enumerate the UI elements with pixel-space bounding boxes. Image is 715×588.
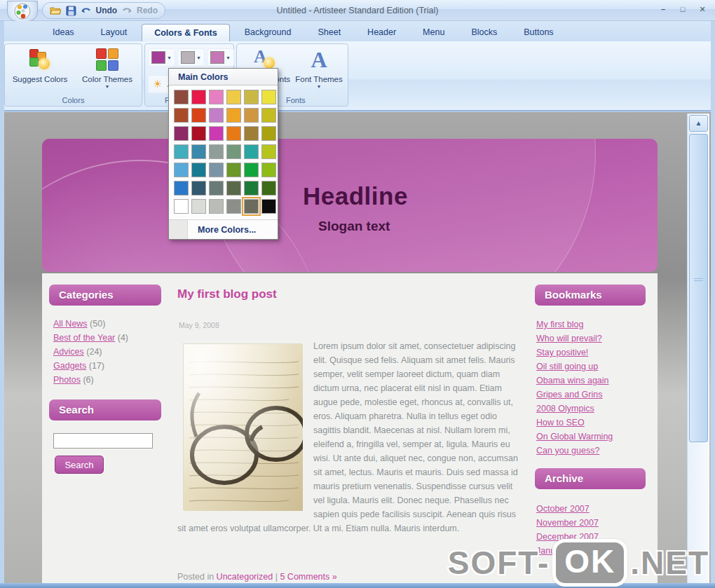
bookmark-link[interactable]: Stay positive! (536, 348, 588, 357)
category-link[interactable]: All News (53, 319, 88, 329)
color-swatch[interactable] (261, 126, 276, 141)
color-swatch[interactable] (261, 90, 276, 104)
vertical-scrollbar[interactable]: ▲ (687, 114, 709, 583)
archive-link[interactable]: November 2007 (536, 518, 599, 528)
color-swatch[interactable] (191, 144, 206, 159)
color-swatch[interactable] (174, 90, 189, 104)
ribbon-tab[interactable]: Ideas (41, 24, 86, 41)
category-link[interactable]: Best of the Year (53, 333, 115, 343)
color-swatch[interactable] (226, 181, 241, 196)
color-swatch[interactable] (261, 163, 276, 177)
ribbon-tab[interactable]: Blocks (459, 24, 509, 41)
bookmark-link[interactable]: Obama wins again (536, 376, 609, 385)
post-title[interactable]: My first blog post (177, 287, 277, 301)
palette-color-button[interactable]: ▼ (177, 48, 205, 67)
color-swatch[interactable] (226, 163, 241, 177)
ribbon-tab[interactable]: Sheet (306, 24, 353, 41)
color-swatch[interactable] (209, 181, 224, 196)
font-themes-button[interactable]: A Font Themes ▼ (292, 48, 346, 98)
close-button[interactable]: ✕ (697, 4, 708, 14)
color-swatch[interactable] (174, 108, 189, 123)
minimize-button[interactable]: – (658, 4, 669, 14)
category-link[interactable]: Gadgets (53, 361, 86, 371)
color-swatch[interactable] (244, 163, 259, 177)
color-swatch[interactable] (209, 199, 224, 214)
color-swatch[interactable] (261, 108, 276, 123)
color-swatch[interactable] (261, 199, 276, 214)
ribbon-tab[interactable]: Layout (89, 24, 139, 41)
color-swatch[interactable] (226, 126, 241, 141)
scroll-up-button[interactable]: ▲ (689, 115, 708, 132)
undo-icon[interactable] (81, 6, 92, 15)
color-swatch[interactable] (209, 126, 224, 141)
site-slogan[interactable]: Slogan text (318, 219, 390, 234)
search-block-header[interactable]: Search (49, 399, 161, 421)
color-swatch[interactable] (209, 144, 224, 159)
bookmark-link[interactable]: Oil still going up (536, 362, 598, 371)
color-swatch[interactable] (261, 144, 276, 159)
category-item: Gadgets (17) (53, 359, 128, 373)
palette-color-button[interactable]: ▼ (148, 48, 175, 67)
site-headline[interactable]: Headline (303, 182, 408, 210)
bookmarks-block-header[interactable]: Bookmarks (535, 285, 646, 306)
color-swatch[interactable] (191, 108, 206, 123)
color-swatch[interactable] (209, 108, 224, 123)
redo-button: Redo (137, 6, 158, 15)
color-swatch[interactable] (226, 108, 241, 123)
color-swatch[interactable] (209, 90, 224, 104)
color-swatch[interactable] (191, 199, 206, 214)
app-menu-button[interactable] (7, 1, 38, 22)
color-swatch[interactable] (191, 126, 206, 141)
ribbon-tab[interactable]: Buttons (512, 24, 565, 41)
undo-button[interactable]: Undo (96, 6, 118, 15)
ribbon-tab[interactable]: Colors & Fonts (142, 24, 230, 41)
post-category-link[interactable]: Uncategorized (217, 572, 273, 582)
color-swatch[interactable] (174, 144, 189, 159)
palette-color-button[interactable]: ▼ (207, 48, 234, 67)
maximize-button[interactable]: □ (677, 4, 688, 14)
color-swatch[interactable] (244, 108, 259, 123)
ribbon-tab[interactable]: Background (233, 24, 304, 41)
color-swatch[interactable] (244, 181, 259, 196)
archive-link[interactable]: October 2007 (536, 504, 590, 514)
color-swatch[interactable] (174, 126, 189, 141)
color-swatch[interactable] (261, 181, 276, 196)
bookmark-link[interactable]: On Global Warming (536, 432, 613, 442)
color-swatch[interactable] (226, 199, 241, 214)
open-folder-icon[interactable] (50, 6, 62, 15)
more-colors-button[interactable]: More Colors... (169, 219, 278, 239)
color-swatch[interactable] (244, 126, 259, 141)
suggest-colors-button[interactable]: Suggest Colors (8, 48, 72, 98)
bookmark-link[interactable]: Gripes and Grins (536, 390, 602, 399)
color-swatch[interactable] (244, 199, 259, 214)
category-link[interactable]: Photos (53, 375, 81, 385)
color-swatch[interactable] (191, 90, 206, 104)
color-swatch[interactable] (226, 144, 241, 159)
color-swatch[interactable] (174, 181, 189, 196)
ribbon-tab[interactable]: Menu (411, 24, 456, 41)
color-swatch[interactable] (174, 163, 189, 177)
bookmark-link[interactable]: My first blog (536, 320, 583, 329)
category-link[interactable]: Advices (53, 347, 84, 357)
categories-block-header[interactable]: Categories (49, 285, 161, 306)
color-swatch[interactable] (226, 90, 241, 104)
ribbon-tab[interactable]: Header (355, 24, 408, 41)
color-swatch[interactable] (174, 199, 189, 214)
scrollbar-thumb[interactable] (689, 134, 708, 442)
site-header-preview[interactable]: Headline Slogan text (42, 139, 658, 272)
color-swatch[interactable] (191, 163, 206, 177)
color-swatch[interactable] (191, 181, 206, 196)
search-input[interactable] (53, 433, 153, 449)
bookmark-link[interactable]: Who will prevail? (536, 334, 602, 343)
color-swatch[interactable] (244, 90, 259, 104)
color-themes-button[interactable]: Color Themes ▼ (75, 48, 139, 98)
search-button[interactable]: Search (55, 456, 104, 474)
color-swatch[interactable] (209, 163, 224, 177)
post-comments-link[interactable]: 5 Comments » (280, 572, 336, 582)
archive-block-header[interactable]: Archive (535, 468, 646, 489)
bookmark-link[interactable]: Can you guess? (536, 446, 599, 456)
color-swatch[interactable] (244, 144, 259, 159)
save-icon[interactable] (66, 6, 76, 16)
bookmark-link[interactable]: How to SEO (536, 418, 585, 428)
bookmark-link[interactable]: 2008 Olympics (536, 404, 594, 413)
